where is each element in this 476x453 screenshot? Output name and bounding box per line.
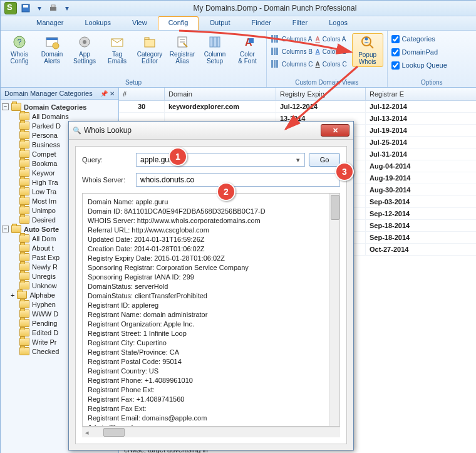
tree-cat-domain[interactable]: −Domain Categories: [2, 102, 117, 112]
menu-lookups[interactable]: Lookups: [74, 16, 122, 30]
svg-rect-21: [249, 38, 254, 43]
whois-config-button[interactable]: ?WhoisConfig: [4, 33, 34, 66]
save-dropdown-icon[interactable]: ▾: [34, 3, 44, 13]
color-swatch-icon: A: [315, 48, 319, 55]
popup-whois-button[interactable]: PopupWhois: [352, 33, 383, 67]
svg-rect-24: [276, 35, 278, 43]
tree-item[interactable]: All Domains: [2, 112, 117, 121]
tag-emails-button[interactable]: TagEmails: [102, 33, 132, 66]
save-icon[interactable]: [21, 3, 31, 13]
col-number[interactable]: #: [119, 88, 165, 100]
hscrollbar[interactable]: ◂: [82, 427, 340, 437]
folder-icon: [19, 131, 29, 139]
menu-output[interactable]: Output: [199, 16, 241, 30]
menu-filter[interactable]: Filter: [282, 16, 318, 30]
category-editor-button[interactable]: CategoryEditor: [135, 33, 165, 66]
columns-icon: [271, 47, 279, 56]
folder-icon: [19, 272, 29, 280]
folder-icon: [19, 216, 29, 224]
go-button[interactable]: Go: [309, 153, 340, 167]
svg-rect-22: [271, 35, 273, 43]
color-font-button[interactable]: AColor& Font: [232, 33, 262, 66]
tag-emails-icon: [110, 34, 125, 49]
svg-line-33: [370, 44, 373, 48]
svg-rect-3: [51, 5, 55, 7]
color-swatch-icon: A: [315, 61, 319, 68]
folder-icon: [19, 159, 29, 167]
colors-c-button[interactable]: AColors C: [315, 58, 346, 70]
folder-icon: [19, 281, 29, 289]
folder-icon: [19, 338, 29, 346]
menu-finder[interactable]: Finder: [241, 16, 282, 30]
option-lookup-queue[interactable]: Lookup Queue: [391, 60, 447, 71]
menu-config[interactable]: Config: [158, 16, 199, 30]
colors-a-button[interactable]: AColors A: [315, 33, 346, 44]
columns-a-button[interactable]: Columns A: [271, 33, 313, 44]
category-editor-icon: [142, 34, 157, 49]
column-setup-button[interactable]: ColumnSetup: [200, 33, 230, 66]
svg-rect-27: [276, 48, 278, 55]
query-dropdown-icon[interactable]: ▾: [296, 156, 300, 164]
svg-rect-1: [23, 5, 28, 8]
server-input[interactable]: [136, 173, 340, 187]
app-settings-icon: [77, 34, 92, 49]
menu-view[interactable]: View: [122, 16, 158, 30]
ribbon: ?WhoisConfigDomainAlertsAppSettingsTagEm…: [1, 31, 476, 88]
server-label: Whois Server:: [82, 176, 132, 184]
option-categories[interactable]: Categories: [391, 33, 447, 44]
app-settings-button[interactable]: AppSettings: [70, 33, 100, 66]
query-input[interactable]: [136, 153, 305, 167]
query-label: Query:: [82, 156, 132, 164]
folder-icon: [19, 319, 29, 327]
col-registry-expiry[interactable]: Registry Expiry: [276, 88, 366, 100]
popup-whois-l1: Popup: [358, 51, 376, 58]
colors-b-button[interactable]: AColors B: [315, 46, 346, 57]
folder-icon: [19, 347, 29, 355]
qat-more-icon[interactable]: ▾: [62, 3, 72, 13]
dialog-close-button[interactable]: ✕: [321, 124, 349, 137]
option-domainpad[interactable]: DomainPad: [391, 46, 447, 58]
titlebar: ▾ ▾ My Domains.Domp - Domain Punch Profe…: [1, 1, 476, 16]
folder-icon: [19, 310, 29, 318]
col-domain[interactable]: Domain: [165, 88, 276, 100]
folder-icon: [19, 150, 29, 158]
dialog-app-icon: 🔍: [73, 127, 81, 135]
registrar-alias-button[interactable]: RegistrarAlias: [167, 33, 197, 66]
dialog-title: Whois Lookup: [81, 126, 321, 135]
folder-icon: [19, 197, 29, 205]
svg-rect-26: [274, 48, 276, 55]
popup-whois-l2: Whois: [359, 58, 376, 65]
folder-icon: [19, 263, 29, 271]
folder-icon: [19, 300, 29, 308]
columns-icon: [271, 60, 279, 68]
svg-rect-18: [214, 37, 217, 47]
print-icon[interactable]: [48, 3, 58, 13]
svg-rect-25: [271, 48, 273, 55]
domain-alerts-button[interactable]: DomainAlerts: [37, 33, 67, 66]
svg-text:?: ?: [18, 38, 22, 46]
menu-manager[interactable]: Manager: [26, 16, 74, 30]
columns-b-button[interactable]: Columns B: [271, 46, 313, 57]
col-registrar-expiry[interactable]: Registrar E: [366, 88, 476, 100]
columns-icon: [271, 34, 279, 43]
folder-icon: [19, 253, 29, 261]
color-font-icon: A: [240, 34, 255, 49]
folder-icon: [19, 234, 29, 242]
folder-icon: [19, 206, 29, 214]
folder-icon: [19, 112, 29, 120]
menu-logos[interactable]: Logos: [318, 16, 358, 30]
ribbon-group-setup: Setup: [4, 78, 262, 86]
panel-pin-icon[interactable]: 📌 ✕: [100, 90, 115, 97]
svg-rect-7: [46, 38, 58, 40]
whois-result[interactable]: Domain Name: apple.guru Domain ID: 8A110…: [82, 193, 340, 427]
svg-rect-28: [271, 60, 273, 68]
vscrollbar[interactable]: [329, 194, 339, 426]
svg-rect-23: [274, 35, 276, 43]
columns-c-button[interactable]: Columns C: [271, 58, 313, 70]
whois-config-icon: ?: [12, 34, 27, 49]
menubar: Manager Lookups View Config Output Finde…: [1, 16, 476, 31]
folder-icon: [11, 225, 21, 233]
table-row[interactable]: 30keywordexplorer.comJul-12-2014Jul-12-2…: [119, 101, 476, 113]
folder-icon: [19, 244, 29, 252]
column-setup-icon: [207, 34, 222, 49]
